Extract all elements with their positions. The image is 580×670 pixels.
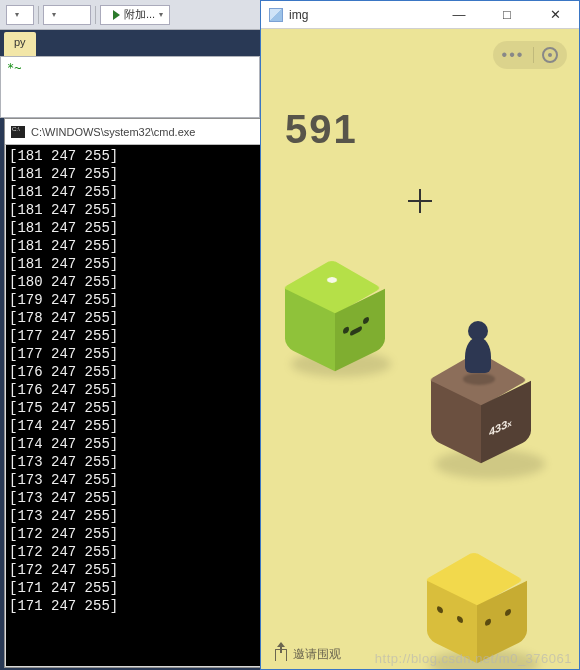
close-target-icon[interactable] <box>542 47 558 63</box>
image-file-icon <box>269 8 283 22</box>
pill-divider <box>533 47 534 63</box>
attach-button[interactable]: 附加... ▾ <box>100 5 170 25</box>
score-display: 591 <box>285 107 358 152</box>
cmd-titlebar[interactable]: C:\WINDOWS\system32\cmd.exe <box>5 119 261 145</box>
minimize-button[interactable]: — <box>439 2 479 28</box>
editor-tab[interactable]: py <box>4 32 36 56</box>
player-pawn <box>465 321 491 377</box>
editor-line: *~ <box>7 61 253 75</box>
vs-toolbar: ▾ ▾ 附加... ▾ <box>0 0 260 30</box>
cmd-window: C:\WINDOWS\system32\cmd.exe [181 247 255… <box>4 118 262 668</box>
img-titlebar[interactable]: img — □ ✕ <box>261 1 579 29</box>
menu-icon[interactable]: ••• <box>502 47 525 63</box>
green-cube <box>287 267 377 367</box>
toolbar-divider <box>38 6 39 24</box>
cmd-title: C:\WINDOWS\system32\cmd.exe <box>31 126 195 138</box>
share-icon <box>275 649 287 661</box>
attach-label: 附加... <box>124 7 155 22</box>
vs-dropdown-2[interactable]: ▾ <box>43 5 91 25</box>
maximize-button[interactable]: □ <box>487 2 527 28</box>
vs-tab-row: py <box>0 30 260 56</box>
miniprogram-controls: ••• <box>493 41 567 69</box>
close-button[interactable]: ✕ <box>535 2 575 28</box>
vs-dropdown-1[interactable]: ▾ <box>6 5 34 25</box>
watermark: http://blog.csdn.net/m0_376061 <box>375 651 572 666</box>
yellow-cube <box>429 559 519 659</box>
toolbar-divider <box>95 6 96 24</box>
img-title: img <box>289 8 308 22</box>
tab-label: py <box>14 36 26 48</box>
chevron-down-icon: ▾ <box>15 10 19 19</box>
crosshair-icon <box>408 189 432 213</box>
cmd-output[interactable]: [181 247 255] [181 247 255] [181 247 255… <box>5 145 261 617</box>
img-window: img — □ ✕ ••• 591 <box>260 0 580 670</box>
invite-label: 邀请围观 <box>293 646 341 663</box>
chevron-down-icon: ▾ <box>159 10 163 19</box>
chevron-down-icon: ▾ <box>52 10 56 19</box>
cmd-icon <box>11 126 25 138</box>
play-icon <box>113 10 120 20</box>
vs-editor[interactable]: *~ <box>0 56 260 118</box>
invite-watch[interactable]: 邀请围观 <box>275 646 341 663</box>
game-canvas[interactable]: ••• 591 433x <box>261 29 579 669</box>
